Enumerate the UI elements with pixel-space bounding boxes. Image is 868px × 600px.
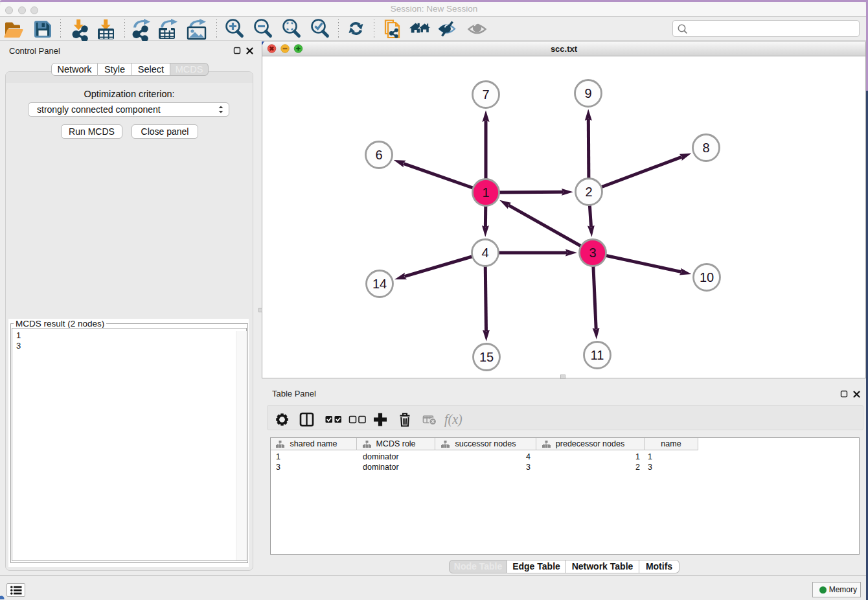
svg-text:8: 8 [702, 141, 709, 155]
svg-text:7: 7 [482, 87, 489, 102]
svg-text:f(x): f(x) [444, 412, 463, 427]
svg-text:15: 15 [479, 350, 494, 364]
svg-text:11: 11 [591, 348, 604, 362]
svg-text:1: 1 [482, 185, 489, 200]
svg-text:6: 6 [375, 148, 382, 162]
svg-text:10: 10 [700, 270, 714, 284]
svg-text:14: 14 [372, 277, 387, 291]
svg-text:4: 4 [481, 246, 488, 260]
svg-text:9: 9 [584, 86, 591, 100]
svg-text:2: 2 [585, 185, 592, 199]
svg-text:3: 3 [589, 246, 596, 260]
